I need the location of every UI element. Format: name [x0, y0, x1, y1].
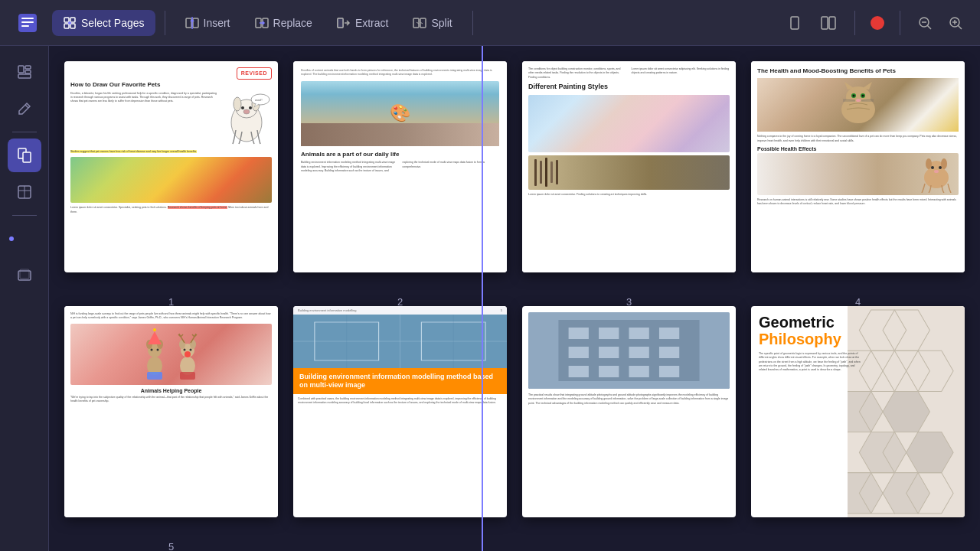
svg-rect-106	[659, 347, 679, 358]
svg-point-45	[234, 97, 241, 111]
svg-text:woof!: woof!	[255, 98, 263, 102]
svg-rect-2	[21, 21, 34, 23]
insert-icon	[185, 16, 199, 30]
svg-rect-6	[64, 24, 69, 28]
select-pages-button[interactable]: Select Pages	[52, 10, 155, 36]
dual-page-view-button[interactable]	[815, 9, 842, 37]
svg-rect-101	[629, 328, 649, 339]
pages-grid: REVISED How to Draw Our Favorite Pets Do…	[64, 61, 965, 536]
page7-text: The practical results show that integrat…	[528, 393, 730, 406]
page-wrapper-1: REVISED How to Draw Our Favorite Pets Do…	[64, 61, 278, 291]
page-wrapper-4: The Health and Mood-Boosting Benefits of…	[751, 61, 965, 291]
page-card-8[interactable]: Geometric Philosophy The specific point …	[751, 306, 965, 517]
revised-badge: REVISED	[237, 67, 272, 80]
page4-text-2: Research on human-animal interactions is…	[757, 198, 959, 207]
red-indicator	[871, 16, 884, 30]
separator-4	[900, 11, 900, 35]
single-page-view-button[interactable]	[781, 9, 808, 37]
svg-rect-7	[70, 24, 75, 28]
page7-content: The practical results show that integrat…	[522, 306, 736, 517]
svg-point-87	[189, 348, 191, 350]
page2-top-text: Doodles of content animals that use both…	[301, 69, 499, 77]
page3-brushes-image	[528, 155, 730, 190]
page-wrapper-7: The practical results show that integrat…	[522, 306, 736, 536]
svg-point-58	[852, 94, 854, 96]
svg-point-68	[941, 158, 947, 169]
svg-rect-107	[569, 366, 589, 377]
svg-rect-3	[21, 25, 29, 27]
sidebar-item-active-indicator	[8, 222, 41, 256]
svg-rect-4	[64, 18, 69, 22]
page-card-7[interactable]: The practical results show that integrat…	[522, 306, 736, 517]
replace-button[interactable]: Replace	[244, 10, 323, 36]
sidebar-item-thumbnail[interactable]	[8, 55, 41, 89]
replace-icon	[255, 16, 269, 30]
page8-text-content: Geometric Philosophy The specific point …	[751, 306, 868, 517]
svg-rect-22	[822, 17, 828, 29]
cat-svg	[828, 80, 889, 130]
page6-page-num: 5	[501, 308, 502, 312]
sidebar	[0, 46, 49, 551]
page-number-5: 5	[64, 541, 278, 551]
svg-point-49	[243, 109, 250, 114]
svg-rect-105	[629, 347, 649, 358]
svg-rect-1	[21, 18, 34, 19]
page-card-4[interactable]: The Health and Mood-Boosting Benefits of…	[751, 61, 965, 272]
page8-title: Geometric Philosophy	[759, 314, 861, 347]
page6-content: Building environment information modelli…	[293, 306, 507, 517]
insert-label: Insert	[204, 17, 230, 29]
svg-point-48	[249, 106, 252, 109]
svg-point-76	[150, 348, 152, 350]
sidebar-item-stack[interactable]	[8, 259, 41, 292]
page1-text-2: Lorem ipsum dolor sit amet consectetur. …	[70, 206, 272, 214]
svg-point-88	[185, 351, 191, 357]
extract-button[interactable]: Extract	[326, 10, 400, 36]
page-card-3[interactable]: The conditions for object building const…	[522, 61, 736, 272]
page3-title: Different Painting Styles	[528, 83, 730, 90]
page-card-6[interactable]: Building environment information modelli…	[293, 306, 507, 517]
dog-costume-svg-2	[175, 328, 201, 381]
page6-grid-svg	[293, 315, 507, 368]
main-area: REVISED How to Draw Our Favorite Pets Do…	[0, 46, 980, 551]
insert-button[interactable]: Insert	[175, 10, 241, 36]
separator-1	[165, 11, 165, 35]
svg-rect-103	[569, 347, 589, 358]
page5-title: Animals Helping People	[70, 388, 272, 393]
dog-svg-2	[917, 155, 956, 193]
svg-rect-99	[569, 328, 589, 339]
svg-line-26	[927, 25, 931, 29]
page-card-1[interactable]: REVISED How to Draw Our Favorite Pets Do…	[64, 61, 278, 272]
sidebar-item-pages[interactable]	[8, 139, 41, 172]
page3-watercolor-image	[528, 95, 730, 152]
page6-header: Building environment information modelli…	[293, 306, 507, 315]
zoom-out-button[interactable]	[913, 11, 937, 35]
zoom-in-button[interactable]	[943, 11, 968, 35]
page6-header-text: Building environment information modelli…	[298, 308, 357, 312]
svg-rect-5	[70, 18, 75, 22]
sidebar-item-edit[interactable]	[8, 92, 41, 126]
svg-line-35	[25, 105, 28, 108]
page4-dog-image	[757, 153, 959, 195]
page7-building-image	[528, 312, 730, 389]
separator-3	[854, 11, 855, 35]
toolbar-right	[781, 9, 968, 37]
page-card-5[interactable]: NIH is funding large-scale surveys to fi…	[64, 306, 278, 517]
svg-point-67	[926, 158, 932, 169]
page2-title: Animals are a part of our daily life	[301, 151, 499, 158]
split-icon	[413, 16, 426, 30]
svg-rect-32	[25, 66, 31, 69]
page-wrapper-3: The conditions for object building const…	[522, 61, 736, 291]
svg-point-47	[241, 106, 244, 109]
dog-costume-svg-1	[142, 328, 168, 381]
split-label: Split	[431, 17, 452, 29]
page3-text: Lorem ipsum dolor sit amet consectetur. …	[528, 193, 730, 197]
sidebar-item-organize[interactable]	[8, 175, 41, 209]
page5-content: NIH is funding large-scale surveys to fi…	[64, 306, 278, 517]
svg-rect-16	[338, 18, 343, 28]
split-button[interactable]: Split	[402, 10, 462, 36]
page-wrapper-2: Doodles of content animals that use both…	[293, 61, 507, 291]
page-card-2[interactable]: Doodles of content animals that use both…	[293, 61, 507, 272]
svg-rect-110	[659, 366, 679, 377]
svg-point-77	[156, 348, 158, 350]
page6-image	[293, 315, 507, 368]
